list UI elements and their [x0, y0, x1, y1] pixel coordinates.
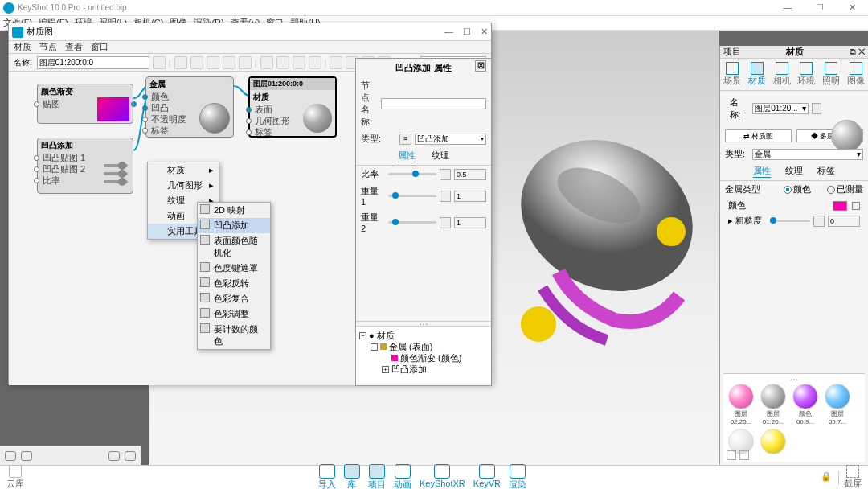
- library-button[interactable]: 库: [344, 464, 360, 489]
- keyshotxr-button[interactable]: KeyShotXR: [420, 464, 465, 489]
- matgraph-min-button[interactable]: —: [444, 27, 453, 37]
- sub-color-to-number[interactable]: 要计数的颜色: [198, 322, 270, 349]
- ctx-geometry[interactable]: 几何图形▸: [148, 178, 219, 193]
- ratio-slider[interactable]: [388, 173, 436, 175]
- minimize-button[interactable]: —: [772, 0, 804, 16]
- lock-icon[interactable]: 🔒: [821, 471, 833, 484]
- tab-env[interactable]: 环境: [797, 62, 815, 87]
- swatch[interactable]: 图层 05:7...: [823, 384, 852, 425]
- sub-chroma-key[interactable]: 色度键遮罩: [198, 261, 270, 276]
- context-submenu[interactable]: 2D 映射 凹凸添加 表面颜色随机化 色度键遮罩 色彩反转 色彩复合 色彩调整 …: [197, 202, 271, 350]
- sub-surface-color-rand[interactable]: 表面颜色随机化: [198, 233, 270, 261]
- sub-2d-map[interactable]: 2D 映射: [198, 203, 270, 218]
- link-icon[interactable]: [813, 216, 825, 227]
- weight1-slider[interactable]: [388, 195, 436, 197]
- color-swatch[interactable]: [833, 201, 847, 211]
- matgraph-titlebar[interactable]: 材质图 — ☐ ✕: [9, 23, 491, 41]
- matgraph-menu[interactable]: 材质 节点 查看 窗口: [9, 41, 491, 54]
- import-button[interactable]: 导入: [318, 464, 336, 489]
- render-button[interactable]: 渲染: [509, 464, 526, 489]
- tree-toggle-icon[interactable]: −: [371, 343, 378, 351]
- ratio-value[interactable]: 0.5: [454, 169, 486, 180]
- maximize-button[interactable]: ☐: [804, 0, 836, 16]
- tab-texture[interactable]: 纹理: [432, 150, 449, 162]
- toolbar-btn[interactable]: [330, 56, 342, 69]
- toolbar-btn[interactable]: [174, 56, 187, 69]
- toolbar-btn[interactable]: [223, 56, 235, 69]
- weight1-value[interactable]: 1: [454, 191, 486, 202]
- close-button[interactable]: ✕: [836, 0, 868, 16]
- toolbar-btn[interactable]: [293, 56, 305, 69]
- toolbar-save-icon[interactable]: [153, 56, 166, 69]
- roughness-value[interactable]: 0: [828, 216, 860, 227]
- toolbar-btn[interactable]: [239, 56, 252, 69]
- panel-undock-icon[interactable]: ⧉ ✕: [850, 47, 865, 57]
- material-name-field[interactable]: 图层01:20...: [752, 103, 809, 114]
- project-button[interactable]: 项目: [368, 464, 386, 489]
- node-bump-add[interactable]: 凹凸添加 凹凸贴图 1 凹凸贴图 2 比率: [37, 138, 133, 194]
- node-material-root[interactable]: 图层01:200:0:0 材质 表面 几何图形 标签: [248, 76, 337, 138]
- toolbar-btn[interactable]: [190, 56, 203, 69]
- roughness-slider[interactable]: [770, 220, 810, 222]
- link-icon[interactable]: [440, 217, 451, 228]
- type-dropdown[interactable]: 凹凸添加: [415, 134, 486, 145]
- subtab-props[interactable]: 属性: [753, 165, 771, 178]
- tab-image[interactable]: 图像: [847, 62, 865, 87]
- toolbar-btn[interactable]: [309, 56, 321, 69]
- matgraph-menu-view[interactable]: 查看: [65, 41, 83, 53]
- link-icon[interactable]: [440, 169, 451, 180]
- swatch[interactable]: 图层01:20...: [759, 384, 788, 425]
- subtab-label[interactable]: 标签: [817, 165, 835, 178]
- animation-button[interactable]: 动画: [394, 464, 411, 489]
- menu-icon[interactable]: [125, 451, 136, 461]
- ctx-material[interactable]: 材质▸: [148, 162, 219, 178]
- sub-color-invert[interactable]: 色彩反转: [198, 276, 270, 291]
- material-name-dropdown[interactable]: 图层01:200:0:0: [37, 56, 149, 69]
- node-metal[interactable]: 金属 颜色 凹凸 不透明度 标签: [145, 76, 234, 138]
- options-icon[interactable]: [108, 451, 120, 461]
- props-tree[interactable]: −●材质 −金属 (表面) 颜色渐变 (颜色) +凹凸添加: [356, 326, 491, 385]
- props-close-button[interactable]: ☒: [475, 60, 486, 72]
- swatch[interactable]: 颜色 06:9...: [791, 384, 820, 425]
- tab-scene[interactable]: 场景: [723, 62, 741, 87]
- grid-view-icon[interactable]: [727, 450, 736, 460]
- tab-camera[interactable]: 相机: [773, 62, 791, 87]
- sub-color-composite[interactable]: 色彩复合: [198, 291, 270, 306]
- matgraph-menu-material[interactable]: 材质: [14, 41, 31, 53]
- material-type-dropdown[interactable]: 金属: [752, 149, 863, 160]
- sub-bump-add[interactable]: 凹凸添加: [198, 218, 270, 233]
- tab-properties[interactable]: 属性: [398, 150, 416, 162]
- list-icon[interactable]: [21, 451, 32, 461]
- link-icon[interactable]: [440, 191, 451, 202]
- toolbar-btn[interactable]: [260, 56, 273, 69]
- matgraph-max-button[interactable]: ☐: [463, 27, 471, 37]
- type-menu-button[interactable]: ≡: [399, 134, 411, 145]
- screenshot-icon[interactable]: [846, 465, 859, 478]
- radio-measured[interactable]: [827, 186, 835, 194]
- radio-color[interactable]: [784, 186, 792, 194]
- tab-material[interactable]: 材质: [748, 62, 766, 87]
- tree-toggle-icon[interactable]: +: [382, 366, 389, 373]
- list-view-icon[interactable]: [739, 450, 749, 460]
- node-name-input[interactable]: [381, 98, 486, 109]
- toolbar-btn[interactable]: [207, 56, 219, 69]
- matgraph-menu-node[interactable]: 节点: [39, 41, 57, 53]
- sub-color-adjust[interactable]: 色彩调整: [198, 306, 270, 322]
- weight2-slider[interactable]: [388, 221, 436, 224]
- node-gradient[interactable]: 颜色渐变 贴图: [37, 84, 133, 124]
- keyvr-button[interactable]: KeyVR: [473, 464, 501, 489]
- matgraph-close-button[interactable]: ✕: [481, 27, 488, 37]
- props-tabs[interactable]: 属性 纹理: [356, 147, 491, 166]
- cloud-icon[interactable]: [9, 465, 22, 478]
- tab-lighting[interactable]: 照明: [822, 62, 840, 87]
- settings-icon[interactable]: [5, 451, 16, 461]
- project-tabs[interactable]: 场景 材质 相机 环境 照明 图像: [720, 59, 868, 91]
- material-graph-button[interactable]: ⇄ 材质图: [725, 129, 792, 142]
- matgraph-menu-window[interactable]: 窗口: [91, 41, 108, 53]
- swatch[interactable]: [759, 429, 788, 454]
- toolbar-btn[interactable]: [276, 56, 289, 69]
- save-icon[interactable]: [812, 103, 821, 114]
- subtab-texture[interactable]: 纹理: [785, 165, 803, 178]
- tree-toggle-icon[interactable]: −: [359, 332, 366, 339]
- weight2-value[interactable]: 1: [454, 217, 486, 228]
